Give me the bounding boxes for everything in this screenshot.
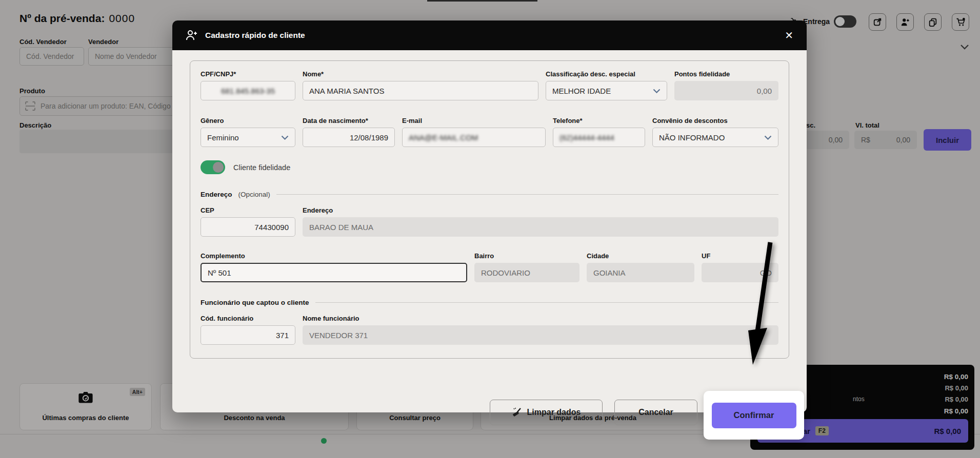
classificacao-value: MELHOR IDADE [552, 87, 611, 95]
nascimento-value: 12/08/1989 [350, 133, 388, 142]
cep-value: 74430090 [254, 223, 289, 232]
endereco-section-title: Endereço [201, 191, 232, 198]
nome-funcionario-value: VENDEDOR 371 [309, 331, 368, 340]
customer-form-panel: CPF/CNPJ* 681.845.863-35 Nome* ANA MARIA… [190, 60, 789, 359]
chevron-down-icon [764, 135, 772, 140]
email-input[interactable]: ANA@E-MAIL.COM [402, 128, 546, 147]
endereco-label: Endereço [303, 206, 778, 214]
nome-input[interactable]: ANA MARIA SANTOS [303, 81, 538, 100]
cod-funcionario-input[interactable]: 371 [201, 325, 295, 345]
funcionario-section-header: Funcionário que captou o cliente [201, 299, 778, 306]
chevron-down-icon [281, 135, 289, 140]
modal-title: Cadastro rápido de cliente [205, 31, 305, 40]
convenio-value: NÃO INFORMADO [659, 133, 725, 142]
chevron-down-icon [653, 89, 661, 93]
nome-funcionario-label: Nome funcionário [303, 315, 778, 322]
section-divider [276, 194, 778, 195]
classificacao-label: Classificação desc. especial [546, 70, 667, 78]
cpf-input[interactable]: 681.845.863-35 [201, 81, 295, 100]
modal-body: CPF/CNPJ* 681.845.863-35 Nome* ANA MARIA… [172, 50, 807, 412]
pontos-field: 0,00 [674, 81, 778, 100]
confirmar-button[interactable]: Confirmar [712, 403, 796, 428]
tutorial-highlight: Confirmar [704, 391, 804, 440]
section-divider [315, 302, 778, 303]
nascimento-input[interactable]: 12/08/1989 [303, 128, 395, 147]
genero-select[interactable]: Feminino [201, 128, 295, 147]
complemento-value: Nº 501 [208, 268, 231, 277]
nome-label: Nome* [303, 70, 538, 78]
endereco-field: BARAO DE MAUA [303, 217, 778, 237]
convenio-label: Convênio de descontos [652, 117, 778, 124]
limpar-dados-button[interactable]: Limpar dados [490, 400, 603, 425]
email-value: ANA@E-MAIL.COM [409, 133, 478, 142]
pos-screen: Nº da pré-venda:0000 Cód. Vendedor Cód. … [0, 0, 980, 458]
endereco-value: BARAO DE MAUA [309, 223, 373, 232]
limpar-dados-label: Limpar dados [527, 408, 581, 417]
cidade-label: Cidade [587, 252, 694, 260]
bairro-label: Bairro [474, 252, 579, 260]
fidelidade-label: Cliente fidelidade [233, 163, 290, 172]
fidelidade-toggle[interactable] [201, 160, 225, 174]
cancelar-label: Cancelar [638, 408, 673, 417]
close-icon[interactable]: ✕ [785, 30, 793, 40]
genero-label: Gênero [201, 117, 295, 124]
telefone-label: Telefone* [553, 117, 645, 124]
bairro-field: RODOVIARIO [474, 263, 579, 282]
telefone-value: (62)44444-4444 [559, 133, 614, 142]
cpf-label: CPF/CNPJ* [201, 70, 295, 78]
endereco-section-header: Endereço (Opcional) [201, 191, 778, 198]
genero-value: Feminino [207, 133, 239, 142]
cidade-field: GOIANIA [587, 263, 694, 282]
convenio-select[interactable]: NÃO INFORMADO [652, 128, 778, 147]
broom-icon [512, 407, 522, 418]
email-label: E-mail [402, 117, 546, 124]
nascimento-label: Data de nascimento* [303, 117, 395, 124]
uf-field: GO [702, 263, 778, 282]
cep-label: CEP [201, 206, 295, 214]
modal-header: Cadastro rápido de cliente ✕ [172, 20, 807, 50]
cep-input[interactable]: 74430090 [201, 217, 295, 237]
classificacao-select[interactable]: MELHOR IDADE [546, 81, 667, 100]
fidelidade-toggle-knob [213, 162, 224, 173]
funcionario-section-title: Funcionário que captou o cliente [201, 299, 309, 306]
complemento-input[interactable]: Nº 501 [201, 263, 467, 282]
uf-label: UF [702, 252, 778, 260]
cpf-value: 681.845.863-35 [221, 87, 275, 95]
cadastro-rapido-modal: Cadastro rápido de cliente ✕ CPF/CNPJ* 6… [172, 20, 807, 412]
cidade-value: GOIANIA [593, 268, 626, 277]
pontos-value: 0,00 [757, 87, 772, 95]
pontos-label: Pontos fidelidade [674, 70, 778, 78]
complemento-label: Complemento [201, 252, 467, 260]
uf-value: GO [760, 268, 772, 277]
telefone-input[interactable]: (62)44444-4444 [553, 128, 645, 147]
nome-value: ANA MARIA SANTOS [309, 87, 384, 95]
endereco-section-suffix: (Opcional) [238, 191, 270, 198]
person-add-icon [186, 30, 198, 41]
nome-funcionario-field: VENDEDOR 371 [303, 325, 778, 345]
cod-funcionario-value: 371 [276, 331, 289, 340]
bairro-value: RODOVIARIO [481, 268, 530, 277]
cod-funcionario-label: Cód. funcionário [201, 315, 295, 322]
cancelar-button[interactable]: Cancelar [614, 400, 697, 425]
